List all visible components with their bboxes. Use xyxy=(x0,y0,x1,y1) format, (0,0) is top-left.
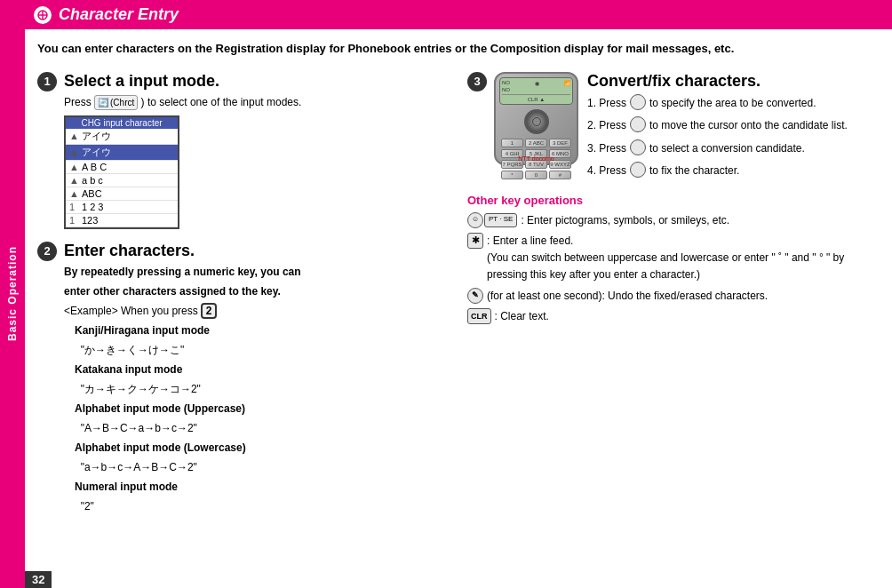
phone-nav-ring xyxy=(524,109,549,134)
step-2-number: 2 xyxy=(37,242,57,261)
step-3-content: NO◉📶 NO CLR ▲ xyxy=(494,72,880,181)
convert-step-2: 2. Press to move the cursor onto the can… xyxy=(587,116,848,136)
chg-row-7: 1123 xyxy=(66,214,178,227)
key-2: 2 xyxy=(201,303,217,319)
nav-key-4 xyxy=(630,162,646,178)
chg-row-5: ▲ABC xyxy=(66,187,178,201)
sidebar-label: Basic Operation xyxy=(6,246,19,341)
step-2-body: By repeatedly pressing a numeric key, yo… xyxy=(64,264,450,514)
main-content: Character Entry You can enter characters… xyxy=(25,0,892,588)
left-column: 1 Select a input mode. Press 🔄 (Chrct ) … xyxy=(37,72,450,530)
ops-item-2: ✱ : Enter a line feed. (You can switch b… xyxy=(467,233,880,284)
phone-image: NO◉📶 NO CLR ▲ xyxy=(494,72,578,181)
page-header: Character Entry xyxy=(25,0,892,29)
docomo-logo: NTT docomo xyxy=(518,155,554,162)
chg-row-1: ▲アイウ xyxy=(66,129,178,145)
content-area: You can enter characters on the Registra… xyxy=(25,29,892,588)
ops-item-4-text: : Clear text. xyxy=(495,308,880,325)
ops-item-3: ✎ (for at least one second): Undo the fi… xyxy=(467,288,880,305)
convert-list: 1. Press to specify the area to be conve… xyxy=(587,94,848,181)
page-title: Character Entry xyxy=(59,5,179,24)
intro-text: You can enter characters on the Registra… xyxy=(37,40,880,58)
other-operations: Other key operations ☺ PT · SE : Enter p… xyxy=(467,194,880,325)
phone-screen: NO◉📶 NO CLR ▲ xyxy=(499,77,573,105)
step-3: 3 NO◉📶 xyxy=(467,72,880,181)
pen-key: ✎ xyxy=(467,288,483,304)
step-2-content: Enter characters. By repeatedly pressing… xyxy=(64,242,450,518)
chg-row-3: ▲A B C xyxy=(66,161,178,174)
other-ops-title: Other key operations xyxy=(467,194,880,207)
nav-key-1 xyxy=(630,94,646,110)
nav-key-3 xyxy=(630,139,646,155)
chg-row-4: ▲a b c xyxy=(66,174,178,187)
convert-step-1: 1. Press to specify the area to be conve… xyxy=(587,94,848,114)
sidebar: Basic Operation xyxy=(0,0,25,588)
convert-steps: Convert/fix characters. 1. Press to spec… xyxy=(587,72,848,181)
step-3-number: 3 xyxy=(467,72,487,91)
ops-item-1: ☺ PT · SE : Enter pictograms, symbols, o… xyxy=(467,212,880,229)
step-1-body: Press 🔄 (Chrct ) to select one of the in… xyxy=(64,94,450,110)
convert-step-4: 4. Press to fix the character. xyxy=(587,162,848,181)
star-key: ✱ xyxy=(467,233,483,249)
nav-key-2 xyxy=(630,116,646,132)
pt-icon: ☺ PT · SE xyxy=(467,212,517,228)
chg-row-6: 1 1 2 3 xyxy=(66,201,178,214)
step-2: 2 Enter characters. By repeatedly pressi… xyxy=(37,242,450,518)
ops-item-3-text: (for at least one second): Undo the fixe… xyxy=(487,288,880,305)
step-1-number: 1 xyxy=(37,72,57,91)
ops-list: ☺ PT · SE : Enter pictograms, symbols, o… xyxy=(467,212,880,325)
step-1: 1 Select a input mode. Press 🔄 (Chrct ) … xyxy=(37,72,450,229)
convert-step-3: 3. Press to select a conversion candidat… xyxy=(587,139,848,159)
chg-row-2: ▲アイウ xyxy=(66,145,178,161)
chg-title: CHG input character xyxy=(66,117,178,129)
right-column: 3 NO◉📶 xyxy=(467,72,880,530)
ops-item-4: CLR : Clear text. xyxy=(467,308,880,325)
step-3-title: Convert/fix characters. xyxy=(587,72,848,91)
page-number: 32 xyxy=(25,571,52,588)
header-icon xyxy=(34,6,52,24)
ops-item-2-text: : Enter a line feed. (You can switch bet… xyxy=(487,233,880,284)
phone-body: NO◉📶 NO CLR ▲ xyxy=(494,72,578,165)
chrct-key: 🔄 (Chrct xyxy=(94,95,138,110)
ops-item-1-text: : Enter pictograms, symbols, or smileys,… xyxy=(521,212,880,229)
step-1-content: Select a input mode. Press 🔄 (Chrct ) to… xyxy=(64,72,450,229)
chg-screen: CHG input character ▲アイウ ▲アイウ ▲A B C xyxy=(64,115,179,229)
columns: 1 Select a input mode. Press 🔄 (Chrct ) … xyxy=(37,72,880,530)
clr-key: CLR xyxy=(467,308,491,324)
step-2-title: Enter characters. xyxy=(64,242,450,260)
step-1-title: Select a input mode. xyxy=(64,72,450,91)
